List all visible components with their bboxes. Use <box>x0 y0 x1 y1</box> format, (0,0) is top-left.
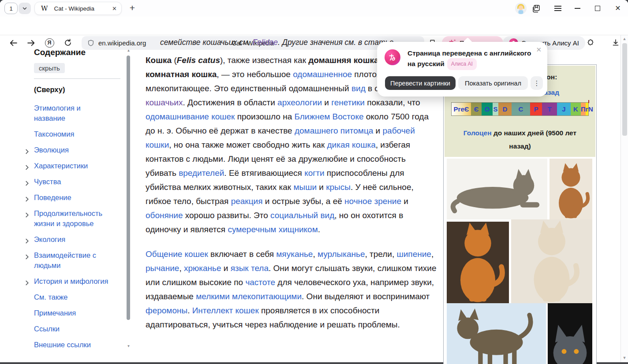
chevron-right-icon[interactable] <box>25 178 30 189</box>
yandex-home-button[interactable]: Я <box>44 37 55 48</box>
text-link[interactable]: мурлыканье <box>318 249 365 259</box>
text-link[interactable]: дикая кошка <box>327 140 376 149</box>
text-link[interactable]: частоте <box>245 278 275 287</box>
sidebar-item[interactable]: Взаимодействие с людьми <box>34 250 112 271</box>
cat-photo-orange-white[interactable] <box>447 222 509 304</box>
sidebar-item[interactable]: Примечания <box>34 308 112 318</box>
sidebar-item[interactable]: Ссылки <box>34 324 112 334</box>
scroll-down-icon[interactable]: ▼ <box>127 344 131 348</box>
refresh-button[interactable] <box>63 37 73 48</box>
sidebar-item[interactable]: Поведение <box>34 193 112 203</box>
sidebar-item-top[interactable]: (Сверху) <box>34 85 112 95</box>
sidebar-item[interactable]: Характеристики <box>34 161 112 171</box>
sidebar-item[interactable]: Эволюция <box>34 145 112 155</box>
text-link[interactable]: кошачьих <box>146 98 183 107</box>
text-link[interactable]: обоняние <box>146 211 183 220</box>
forward-button[interactable] <box>26 37 36 48</box>
tab-cat-wikipedia[interactable]: W Cat - Wikipedia ✕ <box>34 2 122 15</box>
text-link[interactable]: социальный вид <box>270 211 334 220</box>
text-link[interactable]: генетики <box>331 98 365 107</box>
timescale-segment[interactable]: K <box>571 103 581 115</box>
sidebar-scrollbar-thumb[interactable] <box>127 56 130 320</box>
chevron-right-icon[interactable] <box>25 210 30 220</box>
page-scrollbar-thumb[interactable] <box>622 43 627 136</box>
text-link[interactable]: мяуканье <box>276 249 313 259</box>
sidebar-item[interactable]: История и мифология <box>34 276 112 286</box>
side-panel-button[interactable] <box>529 0 542 17</box>
page-scrollbar[interactable]: ▲ ▼ <box>621 35 628 362</box>
text-link[interactable]: когти <box>304 168 324 178</box>
sidebar-item[interactable]: Чувства <box>34 177 112 187</box>
text-link[interactable]: крысы <box>326 182 351 192</box>
cat-photo-gray-dark[interactable] <box>548 303 592 364</box>
text-link[interactable]: одомашнивание кошек <box>146 112 235 121</box>
timescale-segment[interactable]: O <box>482 103 493 115</box>
maximize-button[interactable] <box>591 0 604 17</box>
holocene-link[interactable]: Голоцен <box>464 129 492 137</box>
text-link[interactable]: реакция <box>231 197 263 206</box>
timescale-segment[interactable]: T <box>542 103 557 115</box>
text-link[interactable]: одомашненное <box>293 70 352 79</box>
minimize-button[interactable] <box>571 0 584 17</box>
chevron-right-icon[interactable] <box>25 236 30 246</box>
text-link[interactable]: феромоны <box>146 306 187 315</box>
translate-images-button[interactable]: Перевести картинки <box>385 76 456 90</box>
tab-close-icon[interactable]: ✕ <box>112 5 117 12</box>
text-link[interactable]: Ближнем Востоке <box>295 112 364 121</box>
profile-avatar[interactable] <box>515 3 527 14</box>
extensions-button[interactable] <box>585 37 595 48</box>
site-shield-icon[interactable] <box>87 39 95 47</box>
timescale-segment[interactable]: PreЄ <box>452 103 471 115</box>
cat-photo-tabby-lying[interactable] <box>447 159 547 219</box>
sidebar-scrollbar[interactable]: ▲ ▼ <box>126 48 131 348</box>
timescale-segment[interactable]: D <box>498 103 512 115</box>
timescale-segment[interactable]: J <box>557 103 571 115</box>
tab-list-dropdown-button[interactable] <box>19 3 31 14</box>
cat-photo-tabby-snow[interactable] <box>447 303 546 364</box>
text-link[interactable]: Интеллект кошек <box>192 306 259 315</box>
sidebar-item[interactable]: Экология <box>34 234 112 245</box>
tab-counter-button[interactable]: 1 <box>4 3 18 14</box>
sidebar-item[interactable]: См. также <box>34 292 112 302</box>
timescale-segment[interactable]: P <box>530 103 542 115</box>
cat-photo-siamese[interactable] <box>511 219 592 304</box>
sidebar-item[interactable]: Продолжительность жизни и здоровье <box>34 208 112 229</box>
timescale-segment[interactable]: S <box>493 103 498 115</box>
timescale-segment[interactable]: Є <box>471 103 482 115</box>
toc-hide-button[interactable]: скрыть <box>34 63 65 73</box>
text-link[interactable]: домашнего питомца <box>295 126 373 135</box>
text-link[interactable]: мелкими млекопитающими <box>196 292 302 301</box>
popup-close-icon[interactable]: ✕ <box>536 46 542 54</box>
sidebar-item[interactable]: Таксономия <box>34 129 112 139</box>
text-link[interactable]: рычание <box>146 264 179 273</box>
back-button[interactable] <box>8 37 19 48</box>
text-link[interactable]: ночное зрение <box>344 197 401 206</box>
close-window-button[interactable]: ✕ <box>611 0 624 17</box>
page-scroll-up-icon[interactable]: ▲ <box>621 37 628 41</box>
text-link[interactable]: Общение кошек <box>146 249 208 259</box>
chevron-right-icon[interactable] <box>25 163 30 173</box>
text-link[interactable]: Felidae <box>253 38 278 47</box>
downloads-button[interactable] <box>610 37 621 48</box>
sidebar-item[interactable]: Внешние ссылки <box>34 340 112 350</box>
text-link[interactable]: шипение <box>396 249 431 259</box>
cat-photo-abyssinian[interactable] <box>550 159 592 219</box>
text-link[interactable]: язык тела <box>231 264 269 273</box>
chevron-right-icon[interactable] <box>25 278 30 288</box>
timescale-segment[interactable]: C <box>512 103 530 115</box>
new-tab-button[interactable]: + <box>127 2 138 14</box>
text-link[interactable]: вид <box>351 84 366 93</box>
browser-menu-button[interactable] <box>551 0 564 17</box>
text-link[interactable]: хрюканье <box>184 264 221 273</box>
page-scroll-down-icon[interactable]: ▼ <box>621 356 628 360</box>
popup-more-button[interactable]: ⋮ <box>531 76 543 90</box>
text-link[interactable]: археологии <box>277 98 322 107</box>
chevron-right-icon[interactable] <box>25 252 30 262</box>
text-link[interactable]: мыши <box>293 182 317 192</box>
sidebar-item[interactable]: Этимология и название <box>34 103 112 123</box>
timescale-segment[interactable]: ПгN <box>581 103 586 115</box>
chevron-right-icon[interactable] <box>25 194 30 204</box>
scroll-up-icon[interactable]: ▲ <box>127 48 131 52</box>
show-original-button[interactable]: Показать оригинал <box>458 76 528 90</box>
chevron-right-icon[interactable] <box>25 147 30 157</box>
